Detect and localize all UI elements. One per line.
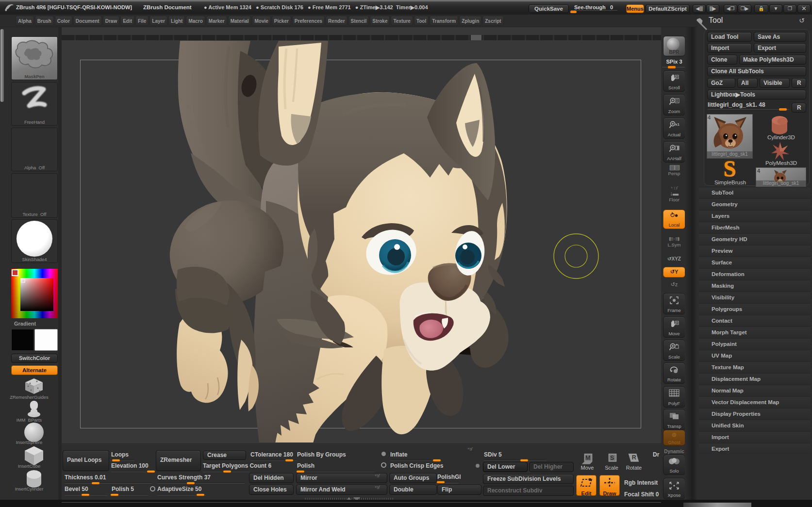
- svg-text:x1: x1: [675, 122, 679, 127]
- svg-text:R: R: [632, 455, 636, 461]
- svg-text:S: S: [610, 455, 614, 461]
- svg-text:M: M: [585, 455, 590, 461]
